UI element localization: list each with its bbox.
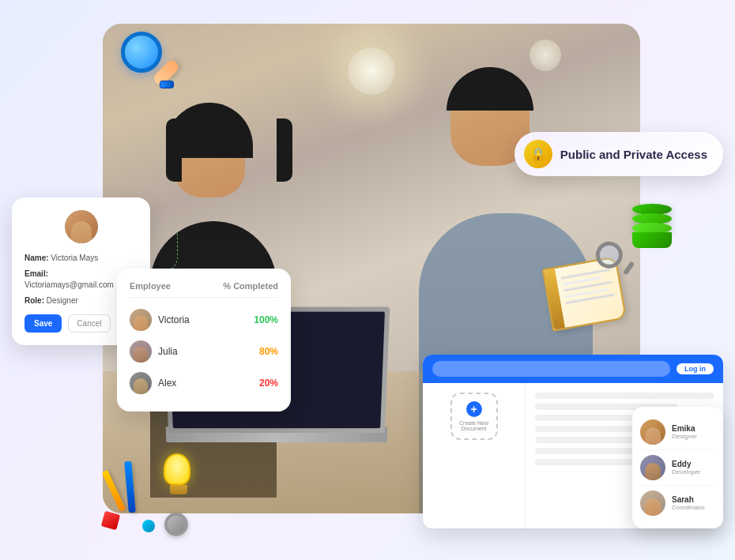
access-badge-text: Public and Private Access bbox=[560, 148, 707, 161]
completion-pct: 20% bbox=[247, 378, 278, 389]
lock-icon: 🔒 bbox=[524, 140, 552, 168]
employee-avatar bbox=[130, 372, 152, 394]
content-line bbox=[535, 393, 714, 399]
user-role: Developer bbox=[672, 468, 715, 475]
content-line bbox=[535, 459, 643, 465]
table-row: Julia 80% bbox=[130, 336, 278, 367]
app-login-button[interactable]: Log in bbox=[677, 363, 714, 374]
user-info: Eddy Developer bbox=[672, 460, 715, 475]
completion-pct: 80% bbox=[247, 346, 278, 357]
employee-col-header: Employee bbox=[130, 281, 171, 291]
user-name: Sarah bbox=[672, 495, 715, 504]
employee-avatar bbox=[130, 340, 152, 363]
user-list-item: Sarah Coordinator bbox=[640, 486, 715, 521]
employee-name: Victoria bbox=[158, 314, 240, 325]
table-row: Victoria 100% bbox=[130, 304, 278, 336]
user-avatar bbox=[640, 490, 665, 516]
completed-col-header: % Completed bbox=[223, 281, 278, 291]
user-role: Designer bbox=[672, 433, 715, 440]
new-document-button[interactable]: + Create New Document bbox=[450, 393, 498, 440]
profile-avatar bbox=[65, 210, 98, 243]
connector-line bbox=[146, 233, 178, 272]
table-row: Alex 20% bbox=[130, 367, 278, 399]
plus-icon: + bbox=[466, 401, 482, 417]
user-list-item: Emika Designer bbox=[640, 415, 715, 450]
progress-table: Employee % Completed Victoria 100% Julia… bbox=[117, 269, 291, 412]
save-button[interactable]: Save bbox=[24, 314, 62, 333]
database-icon bbox=[632, 204, 672, 248]
user-avatar bbox=[640, 455, 665, 480]
app-search-bar[interactable] bbox=[432, 361, 670, 377]
employee-avatar bbox=[130, 309, 152, 331]
content-line bbox=[535, 426, 643, 432]
user-role: Coordinator bbox=[672, 504, 715, 511]
tools-decoration bbox=[103, 457, 198, 536]
user-avatar bbox=[640, 419, 665, 445]
user-list-item: Eddy Developer bbox=[640, 450, 715, 486]
employee-name: Alex bbox=[158, 378, 240, 389]
user-info: Emika Designer bbox=[672, 424, 715, 440]
profile-name-field: Name: Victoria Mays bbox=[24, 253, 138, 264]
user-name: Eddy bbox=[672, 460, 715, 468]
progress-table-header: Employee % Completed bbox=[130, 281, 278, 298]
cancel-button[interactable]: Cancel bbox=[68, 314, 110, 333]
users-panel: Emika Designer Eddy Developer Sarah Coor… bbox=[632, 407, 723, 528]
completion-pct: 100% bbox=[247, 314, 278, 325]
user-name: Emika bbox=[672, 424, 715, 433]
employee-name: Julia bbox=[158, 346, 240, 357]
user-info: Sarah Coordinator bbox=[672, 495, 715, 511]
magnify-float-icon bbox=[117, 32, 180, 95]
app-header: Log in bbox=[423, 355, 723, 383]
book-magnifier-icon bbox=[545, 245, 640, 324]
access-badge: 🔒 Public and Private Access bbox=[514, 132, 723, 176]
app-sidebar: + Create New Document bbox=[423, 383, 526, 528]
new-doc-label: Create New Document bbox=[452, 420, 496, 431]
